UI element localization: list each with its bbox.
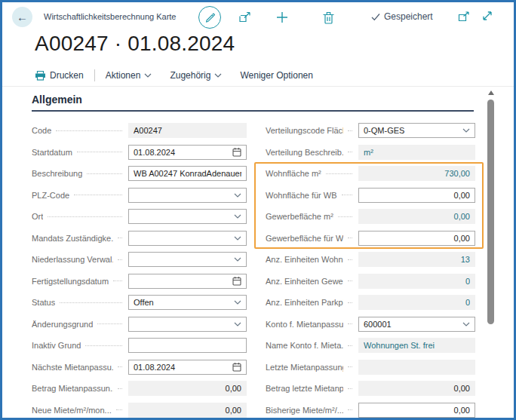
right-field-row-11: Letzte Mietanpassung (266, 360, 475, 375)
readonly-field: m² (358, 145, 475, 160)
input-field[interactable]: 0,00 (358, 403, 475, 418)
field-label: Anz. Einheiten Parkpl... (266, 298, 343, 307)
dotted-leader (118, 366, 122, 367)
saved-check-icon (371, 13, 380, 21)
back-arrow-icon: ← (17, 11, 28, 23)
dotted-leader (348, 366, 352, 367)
input-field[interactable]: 01.08.2024 (128, 145, 247, 160)
input-field[interactable] (128, 188, 247, 203)
dotted-leader (348, 238, 352, 238)
new-button[interactable] (275, 10, 290, 25)
calendar-icon[interactable] (232, 147, 241, 157)
input-field[interactable] (128, 209, 247, 224)
expand-button[interactable] (481, 9, 494, 23)
input-field[interactable]: 600001 (358, 317, 475, 332)
right-field-row-2: Wohnfläche m²730,00 (266, 166, 475, 181)
scrollbar-up-arrow[interactable] (488, 90, 494, 95)
right-field-row-9: Konto f. Mietanpassu...600001 (266, 317, 475, 332)
input-field[interactable]: 0-QM-GES (358, 123, 475, 138)
dotted-leader (56, 130, 122, 131)
field-value: 0,00 (364, 234, 470, 243)
dotted-leader (77, 152, 122, 152)
field-value: 0-QM-GES (364, 126, 459, 135)
chevron-down-icon[interactable] (234, 300, 241, 305)
left-field-row-5: Mandats Zuständigke... (32, 231, 247, 246)
field-label: Anz. Einheiten Wohn... (266, 255, 343, 264)
dotted-leader (348, 130, 352, 131)
action-bar-separator (0, 86, 516, 87)
input-field[interactable]: 01.08.2024 (128, 360, 247, 375)
field-label: Wohnfläche für WB (266, 191, 337, 200)
readonly-field: 730,00 (358, 166, 475, 181)
zugehoerig-menu[interactable]: Zugehörig (170, 70, 222, 81)
readonly-field (358, 360, 475, 375)
dotted-leader (85, 345, 122, 346)
chevron-down-icon[interactable] (462, 322, 470, 326)
left-field-row-7: Fertigstellungsdatum (32, 274, 247, 289)
aktionen-menu[interactable]: Aktionen (106, 70, 152, 81)
chevron-down-icon[interactable] (234, 322, 241, 326)
dotted-leader (113, 281, 122, 281)
field-value: 600001 (364, 320, 459, 329)
chevron-down-icon (214, 73, 222, 78)
scrollbar-thumb[interactable] (487, 100, 494, 324)
field-value: 0,00 (364, 212, 470, 221)
share-button[interactable] (238, 10, 253, 25)
edit-button[interactable] (198, 6, 221, 29)
right-field-row-0: Verteilungscode Fläche0-QM-GES (266, 123, 475, 138)
field-value: 0 (364, 277, 470, 286)
input-field[interactable] (128, 252, 247, 267)
left-field-row-4: Ort (32, 209, 247, 224)
dotted-leader (74, 195, 122, 195)
dotted-leader (348, 302, 352, 303)
delete-button[interactable] (321, 10, 336, 25)
delete-trash-icon (322, 11, 335, 24)
chevron-down-icon[interactable] (234, 193, 241, 198)
right-field-row-1: Verteilung Beschreib...m² (266, 145, 475, 160)
input-field[interactable] (128, 231, 247, 246)
weniger-optionen-button[interactable]: Weniger Optionen (240, 70, 313, 81)
field-label: Nächste Mietanpassu... (32, 363, 113, 372)
dotted-leader (87, 173, 122, 174)
readonly-field: A00247 (128, 123, 247, 138)
input-field[interactable] (128, 317, 247, 332)
action-bar: Drucken Aktionen Zugehörig Weniger Optio… (35, 66, 313, 84)
left-field-row-11: Nächste Mietanpassu...01.08.2024 (32, 360, 247, 375)
left-field-row-0: CodeA00247 (32, 123, 247, 138)
readonly-field: 0,00 (128, 403, 247, 418)
calendar-icon[interactable] (232, 276, 241, 286)
chevron-down-icon[interactable] (462, 128, 470, 133)
right-field-row-7: Anz. Einheiten Gewer...0 (266, 274, 475, 289)
input-field[interactable]: 0,00 (358, 188, 475, 203)
dotted-leader (348, 345, 352, 346)
field-value: 0,00 (364, 406, 470, 415)
left-field-row-3: PLZ-Code (32, 188, 247, 203)
form-column-left: CodeA00247Startdatum01.08.2024Beschreibu… (32, 123, 247, 420)
dotted-leader (348, 388, 352, 389)
chevron-down-icon[interactable] (234, 257, 241, 262)
readonly-field: Wohnungen St. frei (358, 338, 475, 353)
field-label: Neue Miete/m²/mon... (32, 406, 112, 415)
input-field[interactable] (128, 274, 247, 289)
input-field[interactable]: 0,00 (358, 231, 475, 246)
field-label: PLZ-Code (32, 191, 69, 200)
chevron-down-icon[interactable] (234, 214, 241, 219)
section-heading-allgemein[interactable]: Allgemein (32, 94, 82, 106)
field-label: Gewerbefläche m² (266, 212, 333, 221)
readonly-field: 13 (358, 252, 475, 267)
popout-button[interactable] (457, 11, 471, 23)
drucken-button[interactable]: Drucken (35, 70, 84, 81)
input-field[interactable] (128, 338, 247, 353)
input-field[interactable]: WB A00247 KonradAdenauer-Alle (128, 166, 247, 181)
right-field-row-12: Betrag letzte Mietanp...0,00 (266, 381, 475, 396)
field-label: Fertigstellungsdatum (32, 277, 109, 286)
right-field-row-3: Wohnfläche für WB0,00 (266, 188, 475, 203)
input-field[interactable]: Offen (128, 295, 247, 310)
field-value: 730,00 (364, 169, 470, 178)
dotted-leader (338, 216, 352, 217)
field-label: Verteilungscode Fläche (266, 126, 343, 135)
calendar-icon[interactable] (232, 362, 241, 372)
chevron-down-icon (144, 73, 152, 78)
back-button[interactable]: ← (12, 7, 32, 27)
chevron-down-icon[interactable] (234, 236, 241, 241)
